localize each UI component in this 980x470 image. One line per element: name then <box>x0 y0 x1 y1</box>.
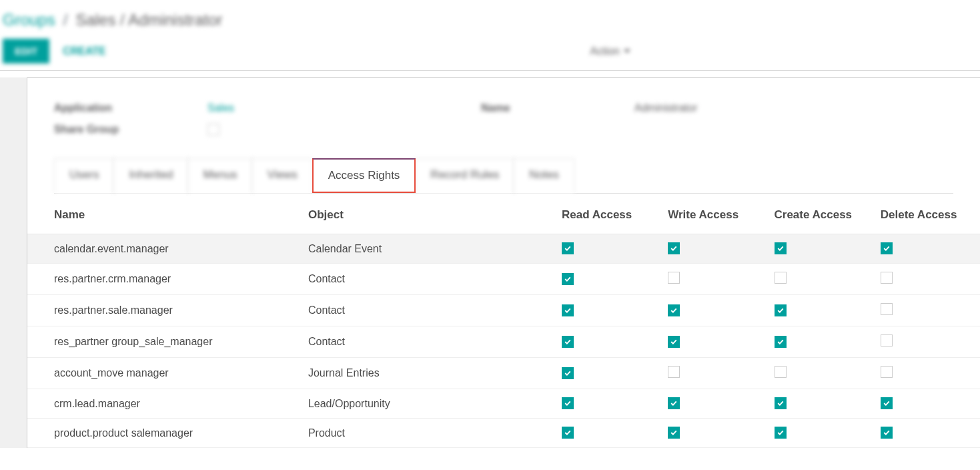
breadcrumb: Groups / Sales / Administrator <box>3 11 977 29</box>
cell-create <box>768 234 874 264</box>
cell-object: Product <box>302 419 555 448</box>
th-read[interactable]: Read Access <box>555 194 661 234</box>
cell-read <box>555 358 661 389</box>
breadcrumb-root[interactable]: Groups <box>3 11 55 29</box>
checkbox-checked-icon[interactable] <box>775 304 787 316</box>
tab-menus[interactable]: Menus <box>188 158 253 193</box>
tab-record-rules[interactable]: Record Rules <box>415 158 514 193</box>
tab-inherited[interactable]: Inherited <box>113 158 188 193</box>
application-label: Application <box>54 102 207 114</box>
cell-name: calendar.event.manager <box>27 234 302 264</box>
checkbox-unchecked-icon[interactable] <box>881 272 893 284</box>
checkbox-checked-icon[interactable] <box>881 397 893 409</box>
checkbox-checked-icon[interactable] <box>562 367 574 379</box>
cell-name: product.product salemanager <box>27 419 302 448</box>
cell-write <box>661 295 767 326</box>
checkbox-unchecked-icon[interactable] <box>668 366 680 378</box>
cell-read <box>555 326 661 358</box>
cell-name: res.partner.crm.manager <box>27 264 302 295</box>
share-group-label: Share Group <box>54 124 207 136</box>
name-label: Name <box>481 102 634 114</box>
checkbox-unchecked-icon[interactable] <box>881 303 893 315</box>
access-rights-table: Name Object Read Access Write Access Cre… <box>27 194 980 448</box>
checkbox-checked-icon[interactable] <box>881 242 893 254</box>
toolbar-divider <box>0 70 980 71</box>
th-name[interactable]: Name <box>27 194 302 234</box>
cell-object: Calendar Event <box>302 234 555 264</box>
breadcrumb-separator: / <box>63 11 68 29</box>
cell-name: res.partner.sale.manager <box>27 295 302 326</box>
th-object[interactable]: Object <box>302 194 555 234</box>
cell-name: account_move manager <box>27 358 302 389</box>
cell-delete <box>874 264 980 295</box>
edit-button[interactable]: EDIT <box>3 39 49 63</box>
checkbox-unchecked-icon[interactable] <box>668 272 680 284</box>
checkbox-unchecked-icon[interactable] <box>881 366 893 378</box>
cell-read <box>555 295 661 326</box>
checkbox-unchecked-icon[interactable] <box>881 334 893 346</box>
tab-views[interactable]: Views <box>252 158 313 193</box>
checkbox-checked-icon[interactable] <box>562 397 574 409</box>
tab-users[interactable]: Users <box>54 158 114 193</box>
checkbox-checked-icon[interactable] <box>775 242 787 254</box>
cell-write <box>661 326 767 358</box>
tabs: Users Inherited Menus Views Access Right… <box>54 158 953 194</box>
share-group-checkbox[interactable] <box>207 124 219 136</box>
create-button[interactable]: CREATE <box>63 45 106 57</box>
chevron-down-icon <box>624 49 630 53</box>
checkbox-unchecked-icon[interactable] <box>775 366 787 378</box>
cell-write <box>661 419 767 448</box>
checkbox-checked-icon[interactable] <box>775 427 787 439</box>
table-row[interactable]: account_move managerJournal Entries <box>27 358 980 389</box>
checkbox-checked-icon[interactable] <box>562 304 574 316</box>
toolbar: EDIT CREATE Action <box>0 32 980 70</box>
th-write[interactable]: Write Access <box>661 194 767 234</box>
cell-create <box>768 419 874 448</box>
cell-delete <box>874 234 980 264</box>
checkbox-checked-icon[interactable] <box>668 427 680 439</box>
checkbox-checked-icon[interactable] <box>562 242 574 254</box>
table-row[interactable]: res.partner.sale.managerContact <box>27 295 980 326</box>
checkbox-checked-icon[interactable] <box>668 397 680 409</box>
form-sheet: Application Sales Name Administrator Sha… <box>27 77 980 448</box>
tab-access-rights[interactable]: Access Rights <box>312 158 416 193</box>
action-dropdown[interactable]: Action <box>590 45 630 57</box>
cell-delete <box>874 419 980 448</box>
checkbox-checked-icon[interactable] <box>562 427 574 439</box>
name-value: Administrator <box>634 102 697 114</box>
cell-name: crm.lead.manager <box>27 389 302 419</box>
cell-write <box>661 234 767 264</box>
table-row[interactable]: crm.lead.managerLead/Opportunity <box>27 389 980 419</box>
cell-create <box>768 264 874 295</box>
action-label: Action <box>590 45 620 57</box>
cell-create <box>768 358 874 389</box>
checkbox-checked-icon[interactable] <box>668 242 680 254</box>
breadcrumb-current: Sales / Administrator <box>75 11 222 29</box>
checkbox-unchecked-icon[interactable] <box>775 272 787 284</box>
table-row[interactable]: product.product salemanagerProduct <box>27 419 980 448</box>
checkbox-checked-icon[interactable] <box>668 336 680 348</box>
cell-delete <box>874 326 980 358</box>
tab-notes[interactable]: Notes <box>514 158 574 193</box>
table-row[interactable]: res_partner group_sale_managerContact <box>27 326 980 358</box>
th-delete[interactable]: Delete Access <box>874 194 980 234</box>
cell-write <box>661 264 767 295</box>
table-row[interactable]: calendar.event.managerCalendar Event <box>27 234 980 264</box>
cell-create <box>768 326 874 358</box>
cell-read <box>555 234 661 264</box>
checkbox-checked-icon[interactable] <box>881 427 893 439</box>
cell-write <box>661 358 767 389</box>
application-value[interactable]: Sales <box>207 102 234 114</box>
cell-object: Lead/Opportunity <box>302 389 555 419</box>
checkbox-checked-icon[interactable] <box>775 336 787 348</box>
checkbox-checked-icon[interactable] <box>562 273 574 285</box>
checkbox-checked-icon[interactable] <box>562 336 574 348</box>
checkbox-checked-icon[interactable] <box>775 397 787 409</box>
cell-delete <box>874 389 980 419</box>
table-row[interactable]: res.partner.crm.managerContact <box>27 264 980 295</box>
cell-object: Contact <box>302 295 555 326</box>
cell-delete <box>874 295 980 326</box>
th-create[interactable]: Create Access <box>768 194 874 234</box>
checkbox-checked-icon[interactable] <box>668 304 680 316</box>
cell-object: Journal Entries <box>302 358 555 389</box>
